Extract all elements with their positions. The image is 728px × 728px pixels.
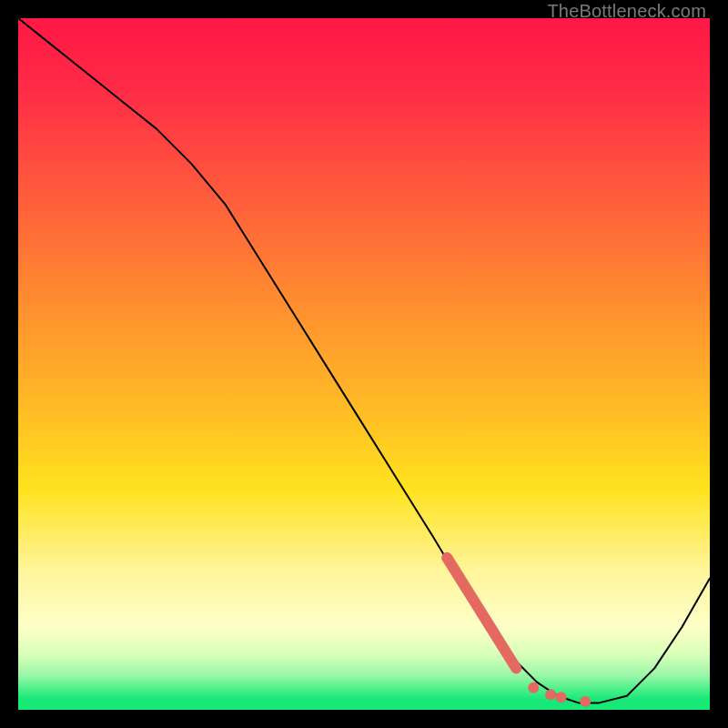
chart-frame: TheBottleneck.com: [0, 0, 728, 728]
highlight-dot: [528, 682, 539, 693]
highlight-dot: [580, 696, 591, 707]
highlight-dots: [528, 682, 591, 707]
highlight-segment: [447, 558, 516, 669]
chart-svg: [18, 18, 710, 710]
bottleneck-curve: [18, 18, 710, 703]
highlight-dot: [545, 689, 556, 700]
highlight-dot: [556, 692, 567, 703]
